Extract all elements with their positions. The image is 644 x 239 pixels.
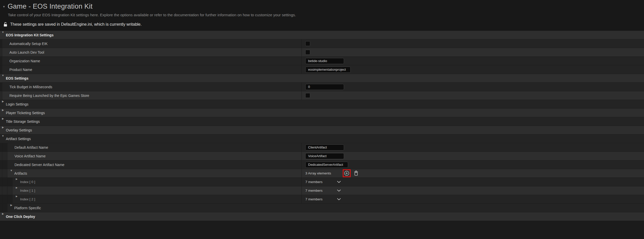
unlocked-padlock-icon bbox=[4, 22, 7, 27]
organization-name-input[interactable] bbox=[305, 58, 344, 64]
section-eos-settings[interactable]: ▼ EOS Settings bbox=[0, 74, 644, 83]
section-label: EOS Integration Kit Settings bbox=[6, 33, 53, 37]
row-tick-budget-in-milliseconds: Tick Budget in Milliseconds bbox=[0, 83, 644, 91]
indent-guide bbox=[0, 143, 2, 152]
dedicated-server-artifact-name-input[interactable] bbox=[305, 162, 348, 168]
ini-writable-note: These settings are saved in DefaultEngin… bbox=[4, 22, 644, 27]
member-count: 7 members bbox=[305, 180, 323, 184]
row-voice-artifact-name: Voice Artifact Name bbox=[0, 152, 644, 160]
triangle-right-icon[interactable]: ▶ bbox=[1, 117, 5, 126]
require-epic-games-store-checkbox[interactable] bbox=[305, 93, 310, 98]
tick-budget-input[interactable] bbox=[305, 84, 344, 90]
row-artifacts-array: ▼ Artifacts 3 Array elements bbox=[0, 169, 644, 178]
section-label: Title Storage Settings bbox=[6, 120, 40, 124]
indent-guide bbox=[0, 57, 2, 65]
section-eos-integration-kit-settings[interactable]: ▼ EOS Integration Kit Settings bbox=[0, 31, 644, 39]
default-artifact-name-input[interactable] bbox=[305, 144, 344, 151]
index-2-dropdown-button[interactable] bbox=[337, 198, 341, 200]
section-overlay-settings[interactable]: ▶ Overlay Settings bbox=[0, 126, 644, 135]
section-label: Artifact Settings bbox=[6, 137, 31, 141]
property-label: Tick Budget in Milliseconds bbox=[9, 85, 52, 89]
index-0-dropdown-button[interactable] bbox=[337, 181, 341, 183]
section-platform-specific[interactable]: ▶ Platform Specific bbox=[0, 204, 644, 212]
chevron-down-icon bbox=[337, 198, 341, 200]
indent-guide bbox=[2, 195, 7, 203]
auto-launch-dev-tool-checkbox[interactable] bbox=[305, 50, 310, 55]
property-label: Require Being Launched by the Epic Games… bbox=[9, 94, 89, 98]
property-label: Organization Name bbox=[9, 59, 40, 63]
annotation-highlight-red-box bbox=[343, 169, 351, 177]
row-artifact-index-2: ▶ Index [ 2 ] 7 members bbox=[0, 195, 644, 204]
section-one-click-deploy[interactable]: ▶ One Click Deploy bbox=[0, 212, 644, 221]
indent-guide bbox=[2, 186, 7, 195]
indent-guide bbox=[2, 169, 7, 177]
triangle-down-icon[interactable]: ▼ bbox=[10, 169, 13, 177]
triangle-down-icon[interactable]: ▼ bbox=[1, 74, 5, 82]
indent-guide bbox=[0, 65, 2, 74]
property-label: Voice Artifact Name bbox=[15, 154, 46, 158]
chevron-down-icon bbox=[337, 181, 341, 183]
property-label: Product Name bbox=[9, 68, 32, 72]
section-player-ticketing-settings[interactable]: ▶ Player Ticketing Settings bbox=[0, 109, 644, 117]
indent-guide bbox=[0, 186, 2, 195]
circled-plus-icon bbox=[344, 171, 349, 176]
triangle-right-icon[interactable]: ▶ bbox=[15, 195, 18, 203]
settings-page-header: ▼ Game - EOS Integration Kit bbox=[0, 0, 644, 10]
triangle-down-icon[interactable]: ▼ bbox=[1, 135, 5, 143]
indent-guide bbox=[0, 178, 2, 186]
row-artifact-index-0: ▶ Index [ 0 ] 7 members bbox=[0, 178, 644, 186]
row-product-name: Product Name bbox=[0, 65, 644, 74]
row-auto-launch-dev-tool: Auto Launch Dev Tool bbox=[0, 48, 644, 57]
index-1-dropdown-button[interactable] bbox=[337, 189, 341, 192]
indent-guide bbox=[7, 178, 12, 186]
page-subtitle: Take control of your EOS Integration Kit… bbox=[8, 13, 644, 17]
section-label: Platform Specific bbox=[14, 206, 41, 210]
triangle-right-icon[interactable]: ▶ bbox=[1, 100, 5, 108]
array-elements-count: 3 Array elements bbox=[305, 171, 331, 175]
delete-array-elements-button[interactable] bbox=[354, 171, 359, 176]
indent-guide bbox=[0, 48, 2, 56]
triangle-right-icon[interactable]: ▶ bbox=[15, 178, 18, 186]
section-label: EOS Settings bbox=[6, 76, 28, 80]
indent-guide bbox=[0, 169, 2, 177]
array-index-label: Index [ 2 ] bbox=[20, 197, 35, 201]
array-index-label: Index [ 0 ] bbox=[20, 180, 35, 184]
property-label: Auto Launch Dev Tool bbox=[9, 50, 44, 54]
indent-guide bbox=[0, 160, 2, 169]
indent-guide bbox=[7, 195, 12, 203]
section-login-settings[interactable]: ▶ Login Settings bbox=[0, 100, 644, 109]
section-artifact-settings[interactable]: ▼ Artifact Settings bbox=[0, 135, 644, 143]
indent-guide bbox=[0, 83, 2, 91]
triangle-right-icon[interactable]: ▶ bbox=[1, 126, 5, 134]
indent-guide bbox=[2, 204, 7, 212]
triangle-right-icon[interactable]: ▶ bbox=[1, 212, 5, 221]
row-dedicated-server-artifact-name: Dedicated Server Artifact Name bbox=[0, 160, 644, 169]
property-label: Default Artifact Name bbox=[15, 145, 48, 150]
section-title-storage-settings[interactable]: ▶ Title Storage Settings bbox=[0, 117, 644, 126]
product-name-input[interactable] bbox=[305, 67, 351, 73]
section-label: Player Ticketing Settings bbox=[6, 111, 45, 115]
triangle-right-icon[interactable]: ▶ bbox=[15, 186, 18, 195]
indent-guide bbox=[2, 178, 7, 186]
row-require-being-launched-by-epic-games-store: Require Being Launched by the Epic Games… bbox=[0, 91, 644, 100]
triangle-down-icon[interactable]: ▼ bbox=[1, 31, 5, 39]
indent-guide bbox=[7, 186, 12, 195]
property-label: Dedicated Server Artifact Name bbox=[15, 163, 64, 167]
voice-artifact-name-input[interactable] bbox=[305, 153, 344, 159]
automatically-setup-eik-checkbox[interactable] bbox=[305, 41, 310, 46]
section-label: One Click Deploy bbox=[6, 215, 35, 219]
add-array-element-button[interactable] bbox=[344, 171, 349, 176]
indent-guide bbox=[2, 152, 7, 160]
indent-guide bbox=[0, 39, 2, 48]
page-collapse-triangle-icon[interactable]: ▼ bbox=[3, 5, 5, 8]
array-index-label: Index [ 1 ] bbox=[20, 189, 35, 192]
member-count: 7 members bbox=[305, 197, 323, 201]
section-label: Overlay Settings bbox=[6, 128, 32, 132]
triangle-right-icon[interactable]: ▶ bbox=[10, 204, 13, 212]
row-artifact-index-1: ▶ Index [ 1 ] 7 members bbox=[0, 186, 644, 195]
indent-guide bbox=[0, 152, 2, 160]
chevron-down-icon bbox=[337, 189, 341, 192]
triangle-right-icon[interactable]: ▶ bbox=[1, 109, 5, 117]
indent-guide bbox=[0, 195, 2, 203]
settings-details-panel: ▼ EOS Integration Kit Settings Automatic… bbox=[0, 31, 644, 221]
